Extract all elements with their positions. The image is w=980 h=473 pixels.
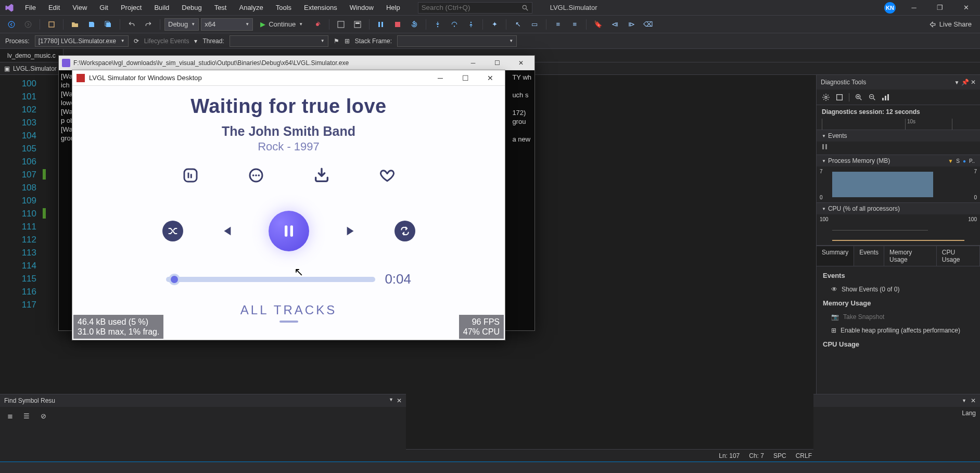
progress-slider[interactable] — [166, 277, 375, 282]
menu-analyze[interactable]: Analyze — [234, 2, 268, 14]
new-item-icon[interactable] — [44, 17, 59, 32]
diag-dropdown-icon[interactable]: ▼ — [954, 80, 959, 85]
quick-search[interactable] — [418, 2, 532, 14]
indent-right-icon[interactable]: ≡ — [567, 17, 582, 32]
chat-icon[interactable] — [247, 166, 265, 185]
thread-combo[interactable]: ▼ — [230, 35, 328, 47]
diag-enable-heap[interactable]: ⊞ Enable heap profiling (affects perform… — [817, 324, 980, 337]
platform-combo[interactable]: x64▼ — [201, 18, 253, 31]
diag-tab-events[interactable]: Events — [854, 246, 884, 266]
step-into-icon[interactable] — [430, 17, 445, 32]
menu-project[interactable]: Project — [116, 2, 147, 14]
equalizer-icon[interactable] — [181, 166, 200, 185]
gear-icon[interactable] — [822, 93, 830, 101]
console-minimize-icon[interactable]: ─ — [463, 59, 483, 67]
zoom-in-icon[interactable] — [855, 93, 863, 101]
console-titlebar[interactable]: F:\Workspace\lvgl_downloads\lv_sim_visua… — [59, 56, 534, 70]
panel-dropdown-icon[interactable]: ▼ — [389, 397, 393, 404]
diag-cpu-chart[interactable]: 100 100 — [817, 214, 980, 246]
user-avatar[interactable]: KN — [884, 2, 896, 14]
list-flat-icon[interactable]: ☰ — [21, 410, 32, 421]
menu-test[interactable]: Test — [209, 2, 232, 14]
list-clear-icon[interactable]: ⊘ — [37, 410, 49, 421]
diag-pin-icon[interactable]: 📌 — [961, 79, 969, 86]
redo-icon[interactable] — [141, 17, 156, 32]
pause-icon[interactable] — [374, 17, 388, 32]
diag-mem-chart[interactable]: 7 7 0 0 — [817, 167, 980, 203]
lifecycle-icon[interactable]: ⟳ — [134, 37, 139, 45]
save-all-icon[interactable] — [101, 17, 116, 32]
lang-close-icon[interactable]: ✕ — [971, 397, 976, 404]
diag-cpu-head[interactable]: ▼CPU (% of all processors) — [817, 203, 980, 214]
menu-view[interactable]: View — [67, 2, 92, 14]
progress-knob[interactable] — [169, 274, 180, 285]
app-titlebar[interactable]: LVGL Simulator for Windows Desktop ─ ☐ ✕ — [72, 70, 505, 86]
console-close-icon[interactable]: ✕ — [511, 59, 531, 67]
browser-link-icon[interactable] — [350, 17, 365, 32]
lvgl-app-window[interactable]: LVGL Simulator for Windows Desktop ─ ☐ ✕… — [72, 70, 505, 340]
menu-build[interactable]: Build — [149, 2, 174, 14]
app-maximize-icon[interactable]: ☐ — [455, 74, 476, 82]
hot-reload-icon[interactable] — [310, 17, 325, 32]
diag-mem-head[interactable]: ▼Process Memory (MB) ▼S ●P.. — [817, 155, 980, 167]
thread-tool-icon[interactable]: ⚑ — [334, 37, 339, 45]
menu-window[interactable]: Window — [345, 2, 379, 14]
diag-tab-summary[interactable]: Summary — [817, 246, 854, 266]
live-share-button[interactable]: Live Share — [929, 20, 976, 28]
stackframe-combo[interactable]: ▼ — [397, 35, 517, 47]
bookmark-prev-icon[interactable]: ⧏ — [607, 17, 622, 32]
console-maximize-icon[interactable]: ☐ — [487, 59, 507, 67]
next-track-button[interactable] — [340, 220, 363, 242]
tab-active[interactable]: lv_demo_music.c — [0, 49, 63, 62]
bookmark-icon[interactable]: 🔖 — [591, 17, 605, 32]
nav-fwd-icon[interactable] — [21, 17, 35, 32]
menu-tools[interactable]: Tools — [271, 2, 297, 14]
download-icon[interactable] — [312, 166, 331, 185]
diag-show-events[interactable]: 👁 Show Events (0 of 0) — [817, 283, 980, 296]
menu-extensions[interactable]: Extensions — [299, 2, 342, 14]
panel-close-icon[interactable]: ✕ — [397, 397, 402, 404]
zoom-out-icon[interactable] — [868, 93, 876, 101]
continue-button[interactable]: ▶ Continue ▼ — [255, 18, 308, 31]
indent-left-icon[interactable]: ≡ — [551, 17, 565, 32]
nav-back-icon[interactable] — [4, 17, 19, 32]
prev-track-button[interactable] — [214, 220, 237, 242]
zoom-reset-icon[interactable] — [835, 93, 844, 101]
window-restore-icon[interactable]: ❐ — [932, 2, 948, 14]
toolbox-icon[interactable]: ▭ — [527, 17, 542, 32]
open-folder-icon[interactable] — [68, 17, 82, 32]
menu-git[interactable]: Git — [94, 2, 113, 14]
process-combo[interactable]: [17780] LVGL.Simulator.exe ▼ — [35, 35, 129, 47]
repeat-button[interactable] — [394, 221, 415, 241]
save-icon[interactable] — [84, 17, 99, 32]
menu-help[interactable]: Help — [381, 2, 405, 14]
tool-misc-icon[interactable]: ✦ — [487, 17, 502, 32]
chart-type-icon[interactable] — [882, 93, 890, 101]
config-combo[interactable]: Debug▼ — [164, 18, 199, 31]
step-over-icon[interactable] — [447, 17, 462, 32]
menu-file[interactable]: File — [20, 2, 41, 14]
quick-search-input[interactable] — [422, 4, 515, 11]
menu-edit[interactable]: Edit — [43, 2, 65, 14]
cursor-select-icon[interactable]: ↖ — [511, 17, 525, 32]
browser-icon[interactable] — [334, 17, 348, 32]
step-out-icon[interactable] — [464, 17, 478, 32]
app-close-icon[interactable]: ✕ — [480, 74, 501, 82]
bookmark-clear-icon[interactable]: ⌫ — [641, 17, 655, 32]
play-pause-button[interactable] — [269, 211, 309, 251]
app-minimize-icon[interactable]: ─ — [430, 74, 451, 82]
window-minimize-icon[interactable]: ─ — [906, 2, 922, 14]
menu-debug[interactable]: Debug — [176, 2, 207, 14]
diag-events-head[interactable]: ▼Events — [817, 130, 980, 142]
thread-tool2-icon[interactable]: ⊞ — [345, 37, 350, 45]
heart-icon[interactable] — [378, 166, 397, 185]
shuffle-button[interactable] — [162, 221, 183, 241]
bookmark-next-icon[interactable]: ⧐ — [624, 17, 639, 32]
undo-icon[interactable] — [124, 17, 139, 32]
window-close-icon[interactable]: ✕ — [958, 2, 974, 14]
list-tree-icon[interactable]: ≣ — [4, 410, 16, 421]
lang-dropdown-icon[interactable]: ▼ — [962, 398, 966, 403]
restart-icon[interactable] — [407, 17, 422, 32]
breadcrumb-item[interactable]: LVGL.Simulator — [13, 65, 57, 72]
stop-icon[interactable] — [390, 17, 405, 32]
